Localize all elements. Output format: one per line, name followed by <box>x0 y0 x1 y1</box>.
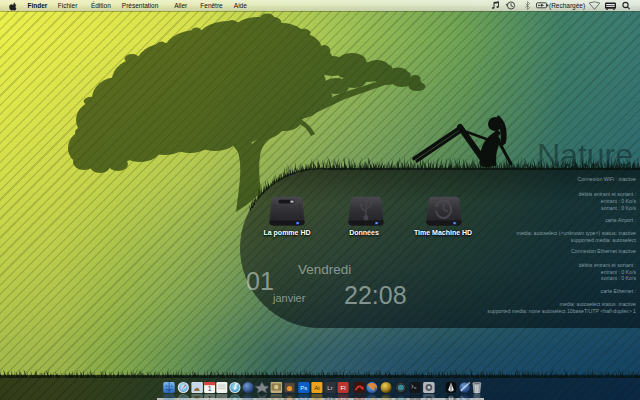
svg-text:Ai: Ai <box>314 385 319 391</box>
svg-text:Lr: Lr <box>327 385 332 391</box>
svg-text:Fl: Fl <box>341 385 346 391</box>
svg-text:Ps: Ps <box>300 385 307 391</box>
svg-text:1: 1 <box>208 385 212 392</box>
